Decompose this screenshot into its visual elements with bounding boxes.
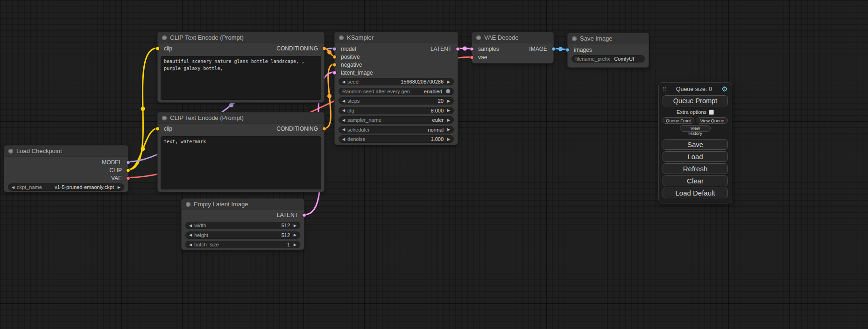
clear-button[interactable]: Clear <box>663 175 728 186</box>
widget-batch-size[interactable]: ◀ batch_size 1 ▶ <box>185 241 300 248</box>
increment-icon[interactable]: ▶ <box>115 185 120 189</box>
input-label-images: images <box>574 47 592 53</box>
input-port-clip[interactable] <box>155 127 160 131</box>
increment-icon[interactable]: ▶ <box>445 80 450 84</box>
widget-scheduler[interactable]: ◀ scheduler normal ▶ <box>339 126 454 133</box>
view-queue-button[interactable]: View Queue <box>697 117 728 124</box>
output-port-clip[interactable] <box>126 168 130 172</box>
input-port-clip[interactable] <box>155 47 160 51</box>
node-title-bar[interactable]: CLIP Text Encode (Prompt) <box>158 32 324 43</box>
input-port-samples[interactable] <box>470 47 474 51</box>
increment-icon[interactable]: ▶ <box>445 127 450 132</box>
wire-dot <box>141 147 145 151</box>
decrement-icon[interactable]: ◀ <box>342 99 347 103</box>
queue-front-button[interactable]: Queue Front <box>663 117 694 124</box>
view-history-button[interactable]: View History <box>680 125 711 132</box>
input-port-latent-image[interactable] <box>332 70 337 75</box>
node-ksampler[interactable]: KSampler model LATENT positive negative … <box>334 32 458 145</box>
load-default-button[interactable]: Load Default <box>663 188 728 198</box>
node-clip-text-encode-positive[interactable]: CLIP Text Encode (Prompt) clip CONDITION… <box>157 32 325 103</box>
increment-icon[interactable]: ▶ <box>445 118 450 122</box>
node-title-bar[interactable]: Save Image <box>568 33 649 44</box>
output-label-conditioning: CONDITIONING <box>276 126 318 132</box>
widget-value: 512 <box>282 232 291 238</box>
input-port-images[interactable] <box>565 48 570 52</box>
input-port-model[interactable] <box>332 47 337 51</box>
node-title-bar[interactable]: CLIP Text Encode (Prompt) <box>158 112 324 124</box>
node-title: Load Checkpoint <box>16 147 62 154</box>
node-save-image[interactable]: Save Image images filename_prefix ComfyU… <box>567 33 649 68</box>
extra-options-checkbox[interactable] <box>709 110 714 115</box>
decrement-icon[interactable]: ◀ <box>12 185 17 189</box>
output-label-clip: CLIP <box>109 167 122 174</box>
collapse-dot[interactable] <box>339 35 344 40</box>
widget-height[interactable]: ◀ height 512 ▶ <box>185 231 300 239</box>
settings-gear-icon[interactable]: ⚙ <box>722 85 728 93</box>
output-port-image[interactable] <box>551 47 556 51</box>
load-button[interactable]: Load <box>663 151 728 162</box>
decrement-icon[interactable]: ◀ <box>342 108 347 112</box>
decrement-icon[interactable]: ◀ <box>342 80 347 84</box>
decrement-icon[interactable]: ◀ <box>342 127 347 132</box>
widget-steps[interactable]: ◀ steps 20 ▶ <box>339 97 454 105</box>
decrement-icon[interactable]: ◀ <box>342 137 347 141</box>
drag-handle-icon[interactable]: ⠿ <box>663 86 666 92</box>
positive-prompt-textarea[interactable]: beautiful scenery nature glass bottle la… <box>161 56 321 100</box>
widget-value: 1 <box>287 242 291 247</box>
decrement-icon[interactable]: ◀ <box>342 118 347 122</box>
node-title-bar[interactable]: Load Checkpoint <box>4 146 128 157</box>
output-port-latent[interactable] <box>456 47 460 51</box>
widget-cfg[interactable]: ◀ cfg 8.000 ▶ <box>339 107 454 114</box>
refresh-button[interactable]: Refresh <box>663 163 728 174</box>
toggle-dot[interactable] <box>446 89 450 93</box>
slot-row: MODEL <box>4 158 128 166</box>
output-port-vae[interactable] <box>126 176 130 180</box>
widget-label: batch_size <box>194 242 219 247</box>
collapse-dot[interactable] <box>186 202 191 207</box>
node-title-bar[interactable]: KSampler <box>335 32 458 43</box>
wire-dot <box>229 103 233 107</box>
slot-row: vae <box>472 53 553 62</box>
save-button[interactable]: Save <box>663 139 728 150</box>
output-port-conditioning[interactable] <box>322 127 326 131</box>
input-port-positive[interactable] <box>332 55 337 59</box>
node-empty-latent-image[interactable]: Empty Latent Image LATENT ◀ width 512 ▶ … <box>181 198 304 250</box>
node-clip-text-encode-negative[interactable]: CLIP Text Encode (Prompt) clip CONDITION… <box>157 112 325 192</box>
node-graph-canvas[interactable]: Load Checkpoint MODEL CLIP VAE ◀ ckpt_na… <box>0 0 868 329</box>
increment-icon[interactable]: ▶ <box>291 243 296 247</box>
collapse-dot[interactable] <box>476 35 481 40</box>
input-port-negative[interactable] <box>332 63 337 67</box>
increment-icon[interactable]: ▶ <box>291 233 296 237</box>
node-title-bar[interactable]: VAE Decode <box>472 32 553 43</box>
collapse-dot[interactable] <box>162 35 167 40</box>
input-label-vae: vae <box>478 54 487 61</box>
increment-icon[interactable]: ▶ <box>445 108 450 112</box>
collapse-dot[interactable] <box>162 116 167 120</box>
widget-random-seed-toggle[interactable]: Random seed after every gen enabled <box>339 88 454 95</box>
node-title-bar[interactable]: Empty Latent Image <box>182 199 304 210</box>
decrement-icon[interactable]: ◀ <box>189 224 194 228</box>
widget-ckpt-name[interactable]: ◀ ckpt_name v1-5-pruned-emaonly.ckpt ▶ <box>8 183 124 191</box>
increment-icon[interactable]: ▶ <box>291 224 296 228</box>
widget-width[interactable]: ◀ width 512 ▶ <box>185 222 300 229</box>
widget-filename-prefix[interactable]: filename_prefix ComfyUI <box>572 55 645 63</box>
input-port-vae[interactable] <box>470 56 474 60</box>
widget-seed[interactable]: ◀ seed 156680208700286 ▶ <box>339 78 454 85</box>
output-port-latent[interactable] <box>302 213 306 217</box>
node-title: Empty Latent Image <box>194 201 248 208</box>
node-load-checkpoint[interactable]: Load Checkpoint MODEL CLIP VAE ◀ ckpt_na… <box>4 145 128 192</box>
queue-prompt-button[interactable]: Queue Prompt <box>663 95 728 106</box>
negative-prompt-textarea[interactable]: text, watermark <box>161 136 321 189</box>
output-port-conditioning[interactable] <box>322 47 326 51</box>
collapse-dot[interactable] <box>572 36 577 41</box>
output-port-model[interactable] <box>126 160 130 164</box>
increment-icon[interactable]: ▶ <box>445 99 450 103</box>
increment-icon[interactable]: ▶ <box>445 137 450 141</box>
widget-sampler-name[interactable]: ◀ sampler_name euler ▶ <box>339 116 454 124</box>
node-vae-decode[interactable]: VAE Decode samples IMAGE vae <box>472 32 554 63</box>
decrement-icon[interactable]: ◀ <box>189 233 194 237</box>
collapse-dot[interactable] <box>8 149 13 154</box>
decrement-icon[interactable]: ◀ <box>189 243 194 247</box>
widget-denoise[interactable]: ◀ denoise 1.000 ▶ <box>339 135 454 143</box>
wire-dot <box>558 47 563 51</box>
